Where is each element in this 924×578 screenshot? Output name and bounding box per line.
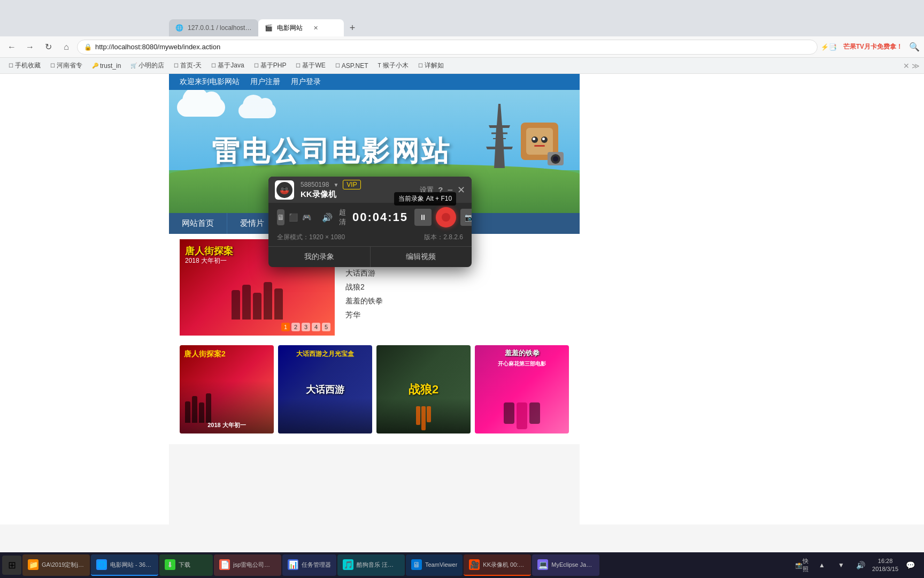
site-register-link[interactable]: 用户注册 <box>250 77 280 87</box>
kk-pause-button[interactable]: ⏸ <box>414 209 432 226</box>
address-text: http://localhost:8080/myweb/index.action <box>95 43 220 51</box>
game-icon: 🎮 <box>302 213 311 222</box>
pause-icon: ⏸ <box>419 213 427 222</box>
taskbar-item-taskmanager[interactable]: 📊 任务管理器 <box>282 554 336 576</box>
snapshot-label: 快照 <box>803 557 810 573</box>
bookmark-monkey[interactable]: T 猴子小木 <box>374 60 413 71</box>
bookmark-php[interactable]: ☐ 基于PHP <box>250 60 291 71</box>
movie-card-3[interactable]: 战狼2 <box>376 345 471 434</box>
kk-sound-icon[interactable]: 🔊 <box>322 212 333 223</box>
title-bar <box>0 0 924 17</box>
bookmark-java[interactable]: ☐ 基于Java <box>207 60 248 71</box>
nav-home[interactable]: 网站首页 <box>169 213 227 234</box>
page-dot-2[interactable]: 2 <box>291 323 300 331</box>
page-dot-4[interactable]: 4 <box>312 323 320 331</box>
taskbar-item-kk[interactable]: 🎥 KK录像机 00:04:15 <box>464 554 531 576</box>
movie-list-item-5[interactable]: 芳华 <box>345 309 569 321</box>
kk-minimize-button[interactable]: − <box>447 185 453 195</box>
volume-icon: 🔊 <box>856 561 865 569</box>
bookmark-label: 基于Java <box>218 61 244 70</box>
key-icon: 🔑 <box>92 63 98 69</box>
taskbar-item-browser[interactable]: 🌐 电影网站 - 360安... <box>91 554 158 576</box>
kk-info-row: 全屏模式：1920 × 1080 版本：2.8.2.6 <box>268 232 472 246</box>
tab-2-favicon: 🎬 <box>265 24 273 32</box>
movie-list-item-2[interactable]: 大话西游 <box>345 268 569 279</box>
bookmark-detail[interactable]: ☐ 详解如 <box>414 60 448 71</box>
page-dot-3[interactable]: 3 <box>302 323 310 331</box>
java-icon: ☐ <box>211 63 216 69</box>
kk-dropdown-icon[interactable]: ▼ <box>333 182 338 188</box>
site-login-link[interactable]: 用户登录 <box>291 77 321 87</box>
bookmark-henan[interactable]: ☐ 河南省专 <box>46 60 87 71</box>
bookmark-shop[interactable]: 🛒 小明的店 <box>126 60 168 71</box>
web-icon: ☐ <box>296 63 301 69</box>
taskbar-item-teamviewer[interactable]: 🖥 TeamViewer <box>406 554 463 576</box>
page-dot-5[interactable]: 5 <box>322 323 330 331</box>
kk-version: 版本：2.8.2.6 <box>424 233 463 242</box>
kk-tool-window[interactable]: ⬛ <box>289 209 298 225</box>
taskbar-volume[interactable]: 🔊 <box>853 558 868 573</box>
back-button[interactable]: ← <box>4 40 19 55</box>
kk-my-recordings[interactable]: 我的录象 <box>268 247 370 267</box>
kk-screenshot-button[interactable]: 📷 <box>460 209 472 226</box>
taskbar-start[interactable]: ⊞ <box>2 556 21 575</box>
kk-tool-screen[interactable]: 🖥 <box>277 209 284 225</box>
taskbar-item-download[interactable]: ⬇ 下载 <box>159 554 213 576</box>
music-icon: 🎵 <box>343 559 353 570</box>
taskbar-item-eclipse[interactable]: 📁 GA\2019定制jsp番... <box>22 554 90 576</box>
bookmark-mobile[interactable]: ☐ 手机收藏 <box>4 60 45 71</box>
kk-help-button[interactable]: ? <box>438 185 443 194</box>
home-button[interactable]: ⌂ <box>59 40 74 55</box>
kk-record-button[interactable]: 当前录象 Alt + F10 <box>436 207 456 227</box>
tab-2[interactable]: 🎬 电影网站 ✕ <box>258 19 344 36</box>
kk-settings-label[interactable]: 设置 <box>420 185 434 195</box>
taskbar-right: 📸 快照 ▲ ▼ 🔊 16:28 2018/3/15 💬 <box>795 557 922 574</box>
taskbar-time: 16:28 <box>872 557 898 565</box>
taskbar-item-music[interactable]: 🎵 酷狗音乐 汪峰 - 米... <box>337 554 405 576</box>
tab-2-close[interactable]: ✕ <box>311 24 320 32</box>
checkbox-icon: ☐ <box>50 63 55 69</box>
taskbar-item-jsp[interactable]: 📄 jsp雷电公司电影网... <box>214 554 281 576</box>
search-icon[interactable]: 🔍 <box>909 42 920 52</box>
kk-edit-video[interactable]: 编辑视频 <box>371 247 472 267</box>
taskbar-snapshot[interactable]: 📸 快照 <box>795 558 810 573</box>
close-icon[interactable]: ✕ <box>903 62 910 70</box>
taskbar-arrow-up[interactable]: ▲ <box>814 558 829 573</box>
movie-list-item-3[interactable]: 战狼2 <box>345 282 569 293</box>
monkey-icon: T <box>378 63 381 69</box>
movie-card-2[interactable]: 大话西游 大话西游之月光宝盒 <box>278 345 372 434</box>
kk-taskbar-icon: 🎥 <box>469 559 480 570</box>
myeclipse-icon: 💻 <box>537 559 548 570</box>
taskbar-arrow-down[interactable]: ▼ <box>834 558 849 573</box>
taskbar-kk-label: KK录像机 00:04:15 <box>483 561 526 569</box>
extensions-area: ⚡📑 <box>821 43 837 51</box>
php-icon: ☐ <box>254 63 259 69</box>
movie-card-4[interactable]: 羞羞的铁拳 开心麻花第三部电影 <box>475 345 569 434</box>
bookmark-label: 手机收藏 <box>15 61 41 70</box>
bookmark-label: 基于PHP <box>260 61 287 70</box>
taskbar-date: 2018/3/15 <box>872 565 898 573</box>
svg-point-9 <box>286 190 288 192</box>
tab-1[interactable]: 🌐 127.0.0.1 / localhost / db_dia... <box>169 19 258 36</box>
taskbar-notifications[interactable]: 💬 <box>903 558 918 573</box>
page-dot-1[interactable]: 1 <box>281 323 290 331</box>
forward-button[interactable]: → <box>22 40 37 55</box>
kk-tool-game[interactable]: 🎮 <box>302 209 311 225</box>
bookmark-home[interactable]: ☐ 首页-天 <box>170 60 206 71</box>
taskbar-item-myeclipse[interactable]: 💻 MyEclipse Java E... <box>532 554 599 576</box>
kk-close-button[interactable]: ✕ <box>457 185 465 195</box>
bookmark-aspnet[interactable]: ☐ ASP.NET <box>331 61 373 71</box>
svg-point-5 <box>281 187 284 191</box>
tab-add-button[interactable]: + <box>344 19 361 36</box>
bookmark-more[interactable]: ≫ <box>912 62 920 70</box>
address-bar[interactable]: 🔒 http://localhost:8080/myweb/index.acti… <box>77 40 818 55</box>
screen-icon: 🖥 <box>277 213 284 222</box>
movie-list-item-4[interactable]: 羞羞的铁拳 <box>345 295 569 307</box>
refresh-button[interactable]: ↻ <box>41 40 56 55</box>
window-icon: ⬛ <box>289 213 298 222</box>
bookmark-trust[interactable]: 🔑 trust_in <box>88 61 125 71</box>
movie-card-1[interactable]: 唐人街探案2 2018 大年初一 <box>180 345 274 434</box>
arrow-up-icon: ▲ <box>819 561 825 569</box>
bookmark-we[interactable]: ☐ 基于WE <box>291 60 329 71</box>
kk-titlebar-right: 设置 ? − ✕ <box>420 185 465 195</box>
